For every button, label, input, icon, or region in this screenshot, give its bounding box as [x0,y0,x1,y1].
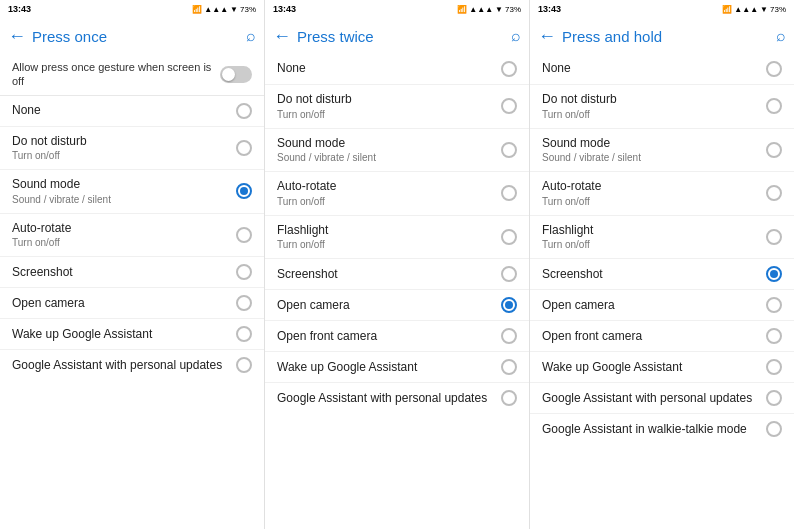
radio-item-2[interactable]: Sound modeSound / vibrate / silent [265,129,529,173]
back-button[interactable]: ← [8,26,26,47]
radio-button[interactable] [766,359,782,375]
radio-button[interactable] [766,229,782,245]
radio-item-4[interactable]: FlashlightTurn on/off [265,216,529,260]
radio-button[interactable] [501,266,517,282]
item-text: Google Assistant with personal updates [277,391,501,407]
search-button[interactable]: ⌕ [246,27,256,45]
radio-button[interactable] [766,98,782,114]
radio-button[interactable] [501,98,517,114]
radio-item-7[interactable]: Open front camera [265,321,529,352]
radio-item-10[interactable]: Google Assistant in walkie-talkie mode [530,414,794,444]
radio-button[interactable] [766,185,782,201]
header: ← Press and hold ⌕ [530,18,794,54]
radio-item-4[interactable]: Screenshot [0,257,264,288]
radio-item-0[interactable]: None [265,54,529,85]
radio-button[interactable] [501,229,517,245]
radio-button[interactable] [766,390,782,406]
radio-button[interactable] [236,357,252,373]
back-button[interactable]: ← [538,26,556,47]
item-label: None [277,61,501,77]
radio-button[interactable] [766,328,782,344]
item-text: Google Assistant with personal updates [542,391,766,407]
status-icons: 📶 ▲▲▲ ▼ 73% [722,5,786,14]
radio-button[interactable] [236,264,252,280]
item-text: Wake up Google Assistant [542,360,766,376]
header: ← Press once ⌕ [0,18,264,54]
radio-button[interactable] [501,61,517,77]
radio-button[interactable] [766,297,782,313]
back-button[interactable]: ← [273,26,291,47]
radio-item-1[interactable]: Do not disturbTurn on/off [530,85,794,129]
radio-button[interactable] [501,142,517,158]
radio-item-9[interactable]: Google Assistant with personal updates [265,383,529,413]
item-label: Open front camera [542,329,766,345]
radio-item-3[interactable]: Auto-rotateTurn on/off [265,172,529,216]
radio-item-1[interactable]: Do not disturbTurn on/off [265,85,529,129]
status-bar: 13:43 📶 ▲▲▲ ▼ 73% [265,0,529,18]
radio-button[interactable] [766,61,782,77]
radio-button[interactable] [766,266,782,282]
radio-item-1[interactable]: Do not disturbTurn on/off [0,127,264,171]
radio-button[interactable] [236,183,252,199]
item-text: Do not disturbTurn on/off [277,92,501,121]
radio-item-8[interactable]: Wake up Google Assistant [530,352,794,383]
search-button[interactable]: ⌕ [511,27,521,45]
radio-item-3[interactable]: Auto-rotateTurn on/off [530,172,794,216]
item-text: Do not disturbTurn on/off [12,134,236,163]
item-label: Wake up Google Assistant [12,327,236,343]
item-label: Flashlight [277,223,501,239]
radio-item-5[interactable]: Open camera [0,288,264,319]
radio-item-9[interactable]: Google Assistant with personal updates [530,383,794,414]
radio-button[interactable] [236,295,252,311]
item-sublabel: Turn on/off [277,238,501,251]
item-sublabel: Turn on/off [12,236,236,249]
status-icons: 📶 ▲▲▲ ▼ 73% [457,5,521,14]
radio-item-4[interactable]: FlashlightTurn on/off [530,216,794,260]
item-text: Sound modeSound / vibrate / silent [12,177,236,206]
radio-item-8[interactable]: Wake up Google Assistant [265,352,529,383]
status-time: 13:43 [273,4,296,14]
radio-item-0[interactable]: None [0,96,264,127]
item-label: Google Assistant with personal updates [542,391,766,407]
gesture-toggle-row[interactable]: Allow press once gesture when screen is … [0,54,264,96]
search-button[interactable]: ⌕ [776,27,786,45]
item-sublabel: Turn on/off [542,108,766,121]
item-label: Open camera [542,298,766,314]
radio-item-2[interactable]: Sound modeSound / vibrate / silent [530,129,794,173]
item-label: Auto-rotate [12,221,236,237]
radio-item-6[interactable]: Open camera [265,290,529,321]
wifi-icon: ▼ [230,5,238,14]
radio-item-6[interactable]: Wake up Google Assistant [0,319,264,350]
item-label: Sound mode [12,177,236,193]
item-text: Google Assistant with personal updates [12,358,236,374]
radio-button[interactable] [236,103,252,119]
radio-button[interactable] [501,390,517,406]
battery-indicator: 73% [505,5,521,14]
item-text: Open front camera [277,329,501,345]
item-sublabel: Turn on/off [277,195,501,208]
item-label: Screenshot [277,267,501,283]
radio-button[interactable] [501,297,517,313]
item-sublabel: Turn on/off [542,195,766,208]
item-label: Do not disturb [542,92,766,108]
radio-item-5[interactable]: Screenshot [530,259,794,290]
radio-item-3[interactable]: Auto-rotateTurn on/off [0,214,264,258]
radio-button[interactable] [501,359,517,375]
radio-button[interactable] [236,140,252,156]
radio-button[interactable] [236,326,252,342]
radio-item-6[interactable]: Open camera [530,290,794,321]
radio-item-2[interactable]: Sound modeSound / vibrate / silent [0,170,264,214]
battery-indicator: 73% [770,5,786,14]
item-text: None [277,61,501,77]
radio-button[interactable] [501,185,517,201]
item-sublabel: Sound / vibrate / silent [277,151,501,164]
radio-item-7[interactable]: Google Assistant with personal updates [0,350,264,380]
radio-item-5[interactable]: Screenshot [265,259,529,290]
radio-item-7[interactable]: Open front camera [530,321,794,352]
radio-item-0[interactable]: None [530,54,794,85]
radio-button[interactable] [766,421,782,437]
radio-button[interactable] [766,142,782,158]
radio-button[interactable] [501,328,517,344]
radio-button[interactable] [236,227,252,243]
gesture-toggle-switch[interactable] [220,66,252,83]
